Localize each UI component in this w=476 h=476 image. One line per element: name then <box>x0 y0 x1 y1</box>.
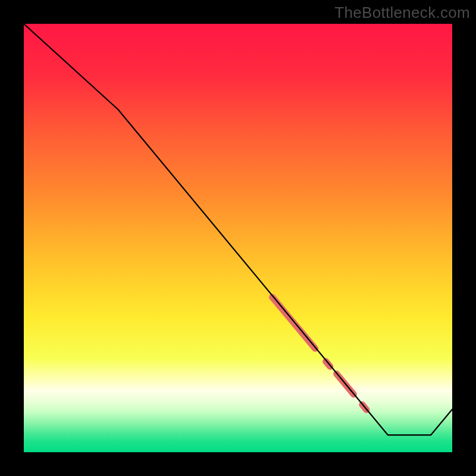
bottleneck-chart <box>24 24 452 452</box>
gradient-background <box>24 24 452 452</box>
chart-root: TheBottleneck.com <box>0 0 476 476</box>
watermark-text: TheBottleneck.com <box>334 4 470 22</box>
